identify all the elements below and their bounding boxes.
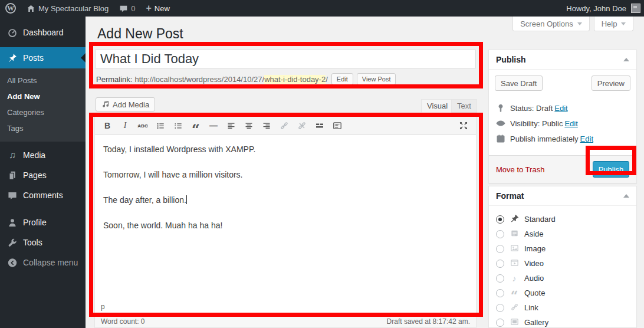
remove-link-button[interactable]: [294, 119, 310, 133]
visibility-label: Visibility:: [510, 119, 540, 128]
strikethrough-button[interactable]: ABC: [135, 119, 150, 133]
plus-icon: +: [146, 4, 151, 13]
radio-link[interactable]: [496, 304, 504, 312]
wordpress-logo-icon: W: [5, 3, 16, 14]
pushpin-icon: [7, 53, 18, 63]
align-center-button[interactable]: [241, 119, 257, 133]
publish-button[interactable]: Publish: [593, 161, 629, 178]
unlink-icon: [297, 121, 307, 130]
add-media-button[interactable]: Add Media: [96, 97, 155, 111]
align-right-button[interactable]: [259, 119, 274, 133]
tab-visual[interactable]: Visual: [421, 99, 454, 113]
sidebar-item-dashboard[interactable]: Dashboard: [0, 22, 86, 42]
collapse-menu-button[interactable]: Collapse menu: [0, 252, 86, 273]
radio-quote[interactable]: [496, 289, 504, 297]
toolbar-toggle-button[interactable]: [330, 119, 345, 133]
permalink-edit-button[interactable]: Edit: [331, 73, 353, 85]
format-option-image[interactable]: Image: [496, 241, 629, 256]
format-option-audio[interactable]: ♪ Audio: [496, 271, 629, 286]
add-media-icon: [101, 100, 110, 109]
radio-video[interactable]: [496, 260, 504, 268]
radio-audio[interactable]: [496, 274, 504, 283]
status-value: Draft: [536, 104, 553, 113]
view-post-button[interactable]: View Post: [357, 73, 396, 85]
numbered-list-button[interactable]: [170, 119, 186, 133]
sidebar-item-media[interactable]: ♫ Media: [0, 145, 86, 165]
format-option-standard[interactable]: Standard: [496, 212, 629, 227]
tab-text[interactable]: Text: [451, 99, 477, 113]
post-title-input[interactable]: [95, 50, 476, 68]
format-box-header[interactable]: Format: [489, 186, 636, 206]
radio-gallery[interactable]: [496, 319, 504, 327]
save-draft-button[interactable]: Save Draft: [495, 76, 543, 91]
pages-icon: [7, 170, 18, 181]
sidebar-item-posts[interactable]: Posts: [0, 47, 86, 68]
editor-paragraph: Today, I installed Wordpress with XAMPP.: [103, 143, 468, 156]
major-publishing-actions: Move to Trash Publish: [489, 155, 636, 183]
sidebar-item-comments[interactable]: Comments: [0, 185, 86, 205]
format-option-gallery[interactable]: Gallery: [496, 315, 629, 328]
blockquote-button[interactable]: “: [188, 119, 203, 133]
collapse-arrow-icon[interactable]: [623, 191, 629, 198]
editor-element-path[interactable]: p: [95, 301, 476, 315]
bullet-list-button[interactable]: [153, 119, 168, 133]
format-option-quote[interactable]: “ Quote: [496, 286, 629, 300]
edit-visibility-link[interactable]: Edit: [564, 119, 577, 128]
sidebar-item-tools[interactable]: Tools: [0, 232, 86, 252]
align-center-icon: [244, 121, 254, 130]
home-icon: [27, 4, 35, 13]
submenu-all-posts[interactable]: All Posts: [0, 73, 86, 88]
new-content-menu[interactable]: + New: [140, 0, 175, 17]
distraction-free-button[interactable]: [456, 119, 471, 133]
radio-standard[interactable]: [496, 215, 504, 224]
status-label: Status:: [510, 104, 534, 113]
wordpress-admin: W My Spectacular Blog 0 + New Howdy, Joh…: [0, 0, 644, 328]
preview-button[interactable]: Preview: [592, 76, 630, 91]
user-avatar: [631, 4, 640, 13]
editor-content-area[interactable]: Today, I installed Wordpress with XAMPP.…: [95, 135, 476, 301]
submenu-categories[interactable]: Categories: [0, 104, 86, 120]
format-box-title: Format: [496, 191, 524, 201]
comments-shortcut[interactable]: 0: [114, 0, 140, 17]
format-option-aside[interactable]: Aside: [496, 227, 629, 241]
help-tab[interactable]: Help: [594, 17, 633, 31]
radio-aside[interactable]: [496, 230, 504, 238]
bullet-list-icon: [156, 121, 165, 130]
publish-box-title: Publish: [496, 55, 526, 64]
word-count: Word count: 0: [101, 317, 144, 326]
move-to-trash-link[interactable]: Move to Trash: [496, 165, 544, 174]
screen-options-tab[interactable]: Screen Options: [512, 17, 590, 31]
link-icon: [510, 303, 519, 311]
align-left-button[interactable]: [224, 119, 239, 133]
howdy-text: Howdy, John Doe: [566, 4, 626, 13]
account-menu[interactable]: Howdy, John Doe: [566, 0, 640, 17]
publish-box-header[interactable]: Publish: [489, 50, 636, 70]
comment-bubble-icon: [119, 4, 128, 13]
format-options-list: Standard Aside Image Video ♪ Audio: [489, 206, 636, 328]
wordpress-logo-button[interactable]: W: [0, 0, 21, 17]
radio-image[interactable]: [496, 245, 504, 253]
edit-schedule-link[interactable]: Edit: [580, 135, 593, 143]
permalink-slug: what-i-did-today-2: [264, 75, 326, 84]
chevron-down-icon: [621, 22, 626, 28]
sidebar-item-pages[interactable]: Pages: [0, 165, 86, 185]
dashboard-icon: [7, 28, 18, 38]
horizontal-rule-button[interactable]: —: [206, 119, 221, 133]
format-option-link[interactable]: Link: [496, 300, 629, 315]
schedule-label: Publish immediately: [510, 135, 579, 143]
admin-bar: W My Spectacular Blog 0 + New Howdy, Joh…: [0, 0, 644, 17]
submenu-tags[interactable]: Tags: [0, 120, 86, 136]
insert-link-button[interactable]: [277, 119, 292, 133]
format-option-video[interactable]: Video: [496, 256, 629, 271]
site-name-link[interactable]: My Spectacular Blog: [21, 0, 114, 17]
sidebar-item-profile[interactable]: Profile: [0, 212, 86, 232]
collapse-icon: [7, 258, 18, 268]
align-right-icon: [262, 121, 271, 130]
edit-status-link[interactable]: Edit: [554, 104, 567, 113]
collapse-arrow-icon[interactable]: [623, 55, 629, 61]
submenu-add-new[interactable]: Add New: [0, 88, 86, 104]
eye-icon: [496, 119, 505, 128]
italic-button[interactable]: I: [117, 119, 133, 133]
bold-button[interactable]: B: [100, 119, 115, 133]
more-tag-button[interactable]: [312, 119, 327, 133]
